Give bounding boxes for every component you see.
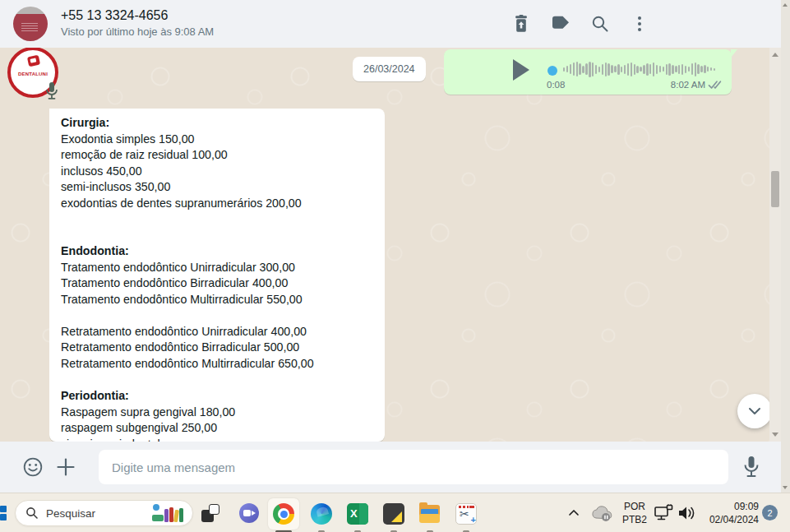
page-scrollbar[interactable] [781, 0, 790, 493]
last-seen-status: Visto por último hoje às 9:08 AM [61, 25, 214, 38]
section-title: Periodontia: [61, 388, 373, 405]
scroll-to-bottom-button[interactable] [737, 394, 772, 428]
play-icon[interactable] [513, 59, 529, 81]
snipping-tool-icon: ✂ + [455, 503, 477, 525]
price-list-message-bubble[interactable]: Cirurgia:Exodontia simples 150,00remoção… [49, 109, 385, 442]
message-section: Cirurgia:Exodontia simples 150,00remoção… [61, 115, 373, 211]
voice-timestamp: 8:02 AM [671, 80, 705, 90]
scrollbar-up-arrow[interactable] [772, 53, 778, 57]
voice-meta: 8:02 AM [671, 80, 723, 90]
chat-scrollbar[interactable] [769, 48, 781, 442]
dental-logo-icon [27, 55, 40, 67]
message-line: Tratamento endodôntico Multirradicular 5… [61, 292, 373, 308]
contact-avatar[interactable] [13, 7, 48, 41]
voice-duration: 0:08 [547, 80, 565, 90]
chrome-icon [273, 503, 294, 525]
section-title: Cirurgia: [61, 115, 373, 132]
header-actions [511, 0, 649, 48]
message-line: inclusos 450,00 [61, 164, 373, 180]
page-scrollbar-up-arrow[interactable] [783, 3, 788, 7]
trash-icon[interactable] [511, 14, 531, 34]
message-line: semi-inclusos 350,00 [61, 179, 373, 196]
taskbar-clock[interactable]: 09:09 02/04/2024 [700, 500, 759, 526]
volume-icon[interactable] [677, 505, 696, 521]
search-icon[interactable] [590, 14, 610, 34]
section-title: Endodontia: [61, 243, 373, 260]
notes-app-icon [383, 503, 404, 525]
onedrive-icon[interactable] [590, 505, 613, 523]
message-line: Exodontia simples 150,00 [61, 132, 373, 148]
search-daily-art [151, 503, 184, 523]
avatar-label: DENTALUNI [11, 72, 55, 76]
language-line1: POR [617, 500, 652, 513]
voice-sender-avatar[interactable]: DENTALUNI [7, 48, 58, 98]
windows-start-icon[interactable] [0, 506, 7, 520]
taskbar-app-notes[interactable] [378, 498, 409, 530]
message-line: remoção de raiz residual 100,00 [61, 147, 373, 164]
excel-icon [347, 503, 368, 525]
network-icon[interactable] [654, 504, 673, 522]
video-camera-glyph [243, 510, 251, 516]
file-explorer-icon [419, 505, 441, 523]
message-line: Tratamento endodôntico Unirradicular 300… [61, 260, 373, 276]
date-chip: 26/03/2024 [353, 57, 426, 81]
screen: +55 13 3324-4656 Visto por último hoje à… [0, 0, 790, 532]
taskbar-app-snipping-tool[interactable]: ✂ + [450, 498, 482, 530]
clock-time: 09:09 [700, 500, 759, 513]
taskbar-app-chrome[interactable] [268, 498, 299, 530]
search-glass-icon [25, 507, 39, 520]
double-check-icon [708, 80, 723, 90]
emoji-icon[interactable] [22, 456, 44, 481]
tray-chevron-icon[interactable] [567, 507, 580, 519]
message-input[interactable] [99, 450, 728, 484]
message-line: raspagem subgengival 250,00 [61, 420, 373, 437]
voice-message-bubble[interactable]: 0:08 8:02 AM [444, 49, 732, 95]
task-view-icon[interactable] [201, 504, 219, 522]
message-section: Endodontia:Tratamento endodôntico Unirra… [61, 243, 373, 372]
message-blank-line [61, 308, 373, 324]
voice-progress-dot[interactable] [547, 66, 557, 76]
scrollbar-thumb[interactable] [771, 171, 779, 207]
message-line: Retratamento endodôntico Multirradicular… [61, 356, 373, 372]
taskbar-search[interactable]: Pesquisar [15, 500, 193, 526]
menu-kebab-icon[interactable] [630, 14, 649, 34]
message-section: Periodontia:Raspagem supra gengival 180,… [61, 388, 373, 442]
mic-badge-icon [45, 81, 58, 101]
clock-date: 02/04/2024 [700, 513, 759, 526]
taskbar-app-file-explorer[interactable] [414, 498, 446, 530]
message-line: Raspagem supra gengival 180,00 [61, 405, 373, 421]
message-line: exodontias de dentes supranumerários 200… [61, 196, 373, 212]
voice-waveform[interactable] [563, 58, 723, 81]
label-icon[interactable] [551, 14, 571, 34]
language-indicator[interactable]: POR PTB2 [617, 500, 652, 526]
taskbar-app-edge[interactable] [306, 498, 337, 530]
price-message-body: Cirurgia:Exodontia simples 150,00remoção… [61, 115, 373, 442]
message-line: Tratamento endodôntico Birradicular 400,… [61, 275, 373, 292]
contact-name: +55 13 3324-4656 [61, 8, 214, 23]
avatar-detail [21, 23, 38, 31]
teams-chat-icon[interactable] [239, 503, 259, 523]
page-scrollbar-down-arrow[interactable] [783, 486, 788, 489]
edge-icon [311, 503, 332, 525]
notification-badge[interactable]: 2 [762, 505, 778, 520]
message-composer [0, 442, 781, 493]
windows-taskbar: Pesquisar [0, 493, 790, 532]
message-line: Retratamento endodôntico Birradicular 50… [61, 340, 373, 356]
plus-icon[interactable] [55, 456, 76, 481]
chat-message-area[interactable]: 26/03/2024 0:08 8:02 AM DENTALUNI [0, 48, 781, 442]
contact-info[interactable]: +55 13 3324-4656 Visto por último hoje à… [61, 8, 214, 38]
chat-header: +55 13 3324-4656 Visto por último hoje à… [0, 0, 781, 48]
message-line: Retratamento endodôntico Unirradicular 4… [61, 324, 373, 340]
search-placeholder: Pesquisar [46, 507, 151, 520]
language-line2: PTB2 [617, 513, 652, 526]
mic-icon[interactable] [740, 455, 763, 483]
scrollbar-down-arrow[interactable] [772, 433, 778, 437]
chevron-down-icon [746, 402, 764, 420]
taskbar-app-excel[interactable] [342, 498, 373, 530]
